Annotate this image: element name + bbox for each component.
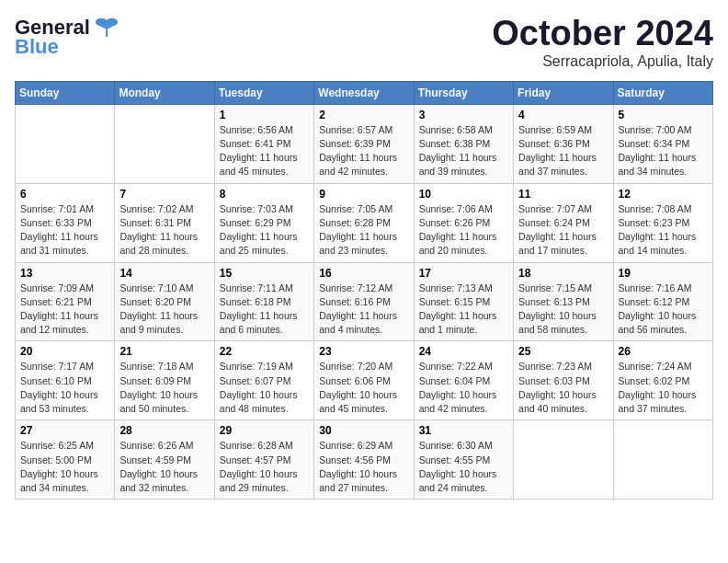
calendar-cell: 14Sunrise: 7:10 AMSunset: 6:20 PMDayligh… <box>115 262 214 341</box>
weekday-header: Wednesday <box>314 81 414 104</box>
calendar-week-row: 20Sunrise: 7:17 AMSunset: 6:10 PMDayligh… <box>16 341 713 420</box>
day-detail: Sunrise: 6:26 AMSunset: 4:59 PMDaylight:… <box>119 439 209 495</box>
calendar-cell: 24Sunrise: 7:22 AMSunset: 6:04 PMDayligh… <box>414 341 513 420</box>
calendar-cell <box>16 104 115 183</box>
calendar-cell: 9Sunrise: 7:05 AMSunset: 6:28 PMDaylight… <box>314 183 414 262</box>
calendar-cell: 22Sunrise: 7:19 AMSunset: 6:07 PMDayligh… <box>214 341 313 420</box>
day-number: 10 <box>419 188 508 201</box>
day-number: 1 <box>220 109 309 121</box>
day-number: 13 <box>20 267 109 280</box>
day-detail: Sunrise: 7:07 AMSunset: 6:24 PMDaylight:… <box>518 202 608 259</box>
day-detail: Sunrise: 7:20 AMSunset: 6:06 PMDaylight:… <box>319 360 408 416</box>
day-detail: Sunrise: 6:56 AMSunset: 6:41 PMDaylight:… <box>220 123 309 179</box>
calendar-table: SundayMondayTuesdayWednesdayThursdayFrid… <box>15 81 713 500</box>
calendar-cell: 3Sunrise: 6:58 AMSunset: 6:38 PMDaylight… <box>414 104 513 183</box>
calendar-cell: 20Sunrise: 7:17 AMSunset: 6:10 PMDayligh… <box>16 341 115 420</box>
day-detail: Sunrise: 7:23 AMSunset: 6:03 PMDaylight:… <box>518 360 608 416</box>
logo-bird-icon <box>94 15 119 40</box>
day-number: 22 <box>220 345 309 358</box>
calendar-cell: 7Sunrise: 7:02 AMSunset: 6:31 PMDaylight… <box>115 183 214 262</box>
day-detail: Sunrise: 7:06 AMSunset: 6:26 PMDaylight:… <box>419 202 508 259</box>
calendar-cell: 10Sunrise: 7:06 AMSunset: 6:26 PMDayligh… <box>414 183 513 262</box>
calendar-header-row: SundayMondayTuesdayWednesdayThursdayFrid… <box>16 81 713 104</box>
weekday-header: Friday <box>514 81 613 104</box>
logo: General Blue <box>15 15 119 59</box>
day-number: 11 <box>518 188 608 201</box>
day-detail: Sunrise: 7:09 AMSunset: 6:21 PMDaylight:… <box>20 282 109 338</box>
day-number: 30 <box>319 424 408 437</box>
day-detail: Sunrise: 7:13 AMSunset: 6:15 PMDaylight:… <box>419 282 508 338</box>
calendar-cell: 25Sunrise: 7:23 AMSunset: 6:03 PMDayligh… <box>514 341 613 420</box>
day-detail: Sunrise: 7:15 AMSunset: 6:13 PMDaylight:… <box>518 282 608 338</box>
calendar-week-row: 13Sunrise: 7:09 AMSunset: 6:21 PMDayligh… <box>16 262 713 341</box>
calendar-week-row: 6Sunrise: 7:01 AMSunset: 6:33 PMDaylight… <box>16 183 713 262</box>
calendar-cell: 5Sunrise: 7:00 AMSunset: 6:34 PMDaylight… <box>613 104 712 183</box>
day-detail: Sunrise: 7:08 AMSunset: 6:23 PMDaylight:… <box>619 202 708 259</box>
weekday-header: Tuesday <box>214 81 313 104</box>
location-subtitle: Serracapriola, Apulia, Italy <box>492 53 713 70</box>
weekday-header: Saturday <box>613 81 712 104</box>
day-detail: Sunrise: 6:30 AMSunset: 4:55 PMDaylight:… <box>419 439 508 495</box>
day-number: 21 <box>119 345 209 358</box>
day-number: 19 <box>619 267 708 280</box>
day-detail: Sunrise: 7:03 AMSunset: 6:29 PMDaylight:… <box>220 202 309 259</box>
month-title: October 2024 <box>492 15 713 53</box>
calendar-cell: 17Sunrise: 7:13 AMSunset: 6:15 PMDayligh… <box>414 262 513 341</box>
day-detail: Sunrise: 7:22 AMSunset: 6:04 PMDaylight:… <box>419 360 508 416</box>
day-number: 9 <box>319 188 408 201</box>
calendar-cell: 4Sunrise: 6:59 AMSunset: 6:36 PMDaylight… <box>514 104 613 183</box>
calendar-cell: 23Sunrise: 7:20 AMSunset: 6:06 PMDayligh… <box>314 341 414 420</box>
page-header: General Blue October 2024 Serracapriola,… <box>15 15 713 70</box>
day-number: 17 <box>419 267 508 280</box>
calendar-cell: 2Sunrise: 6:57 AMSunset: 6:39 PMDaylight… <box>314 104 414 183</box>
day-detail: Sunrise: 6:58 AMSunset: 6:38 PMDaylight:… <box>419 123 508 179</box>
day-number: 14 <box>119 267 209 280</box>
calendar-cell: 13Sunrise: 7:09 AMSunset: 6:21 PMDayligh… <box>16 262 115 341</box>
calendar-cell: 29Sunrise: 6:28 AMSunset: 4:57 PMDayligh… <box>214 420 313 500</box>
day-detail: Sunrise: 6:29 AMSunset: 4:56 PMDaylight:… <box>319 439 408 495</box>
calendar-cell: 19Sunrise: 7:16 AMSunset: 6:12 PMDayligh… <box>613 262 712 341</box>
day-number: 26 <box>619 345 708 358</box>
calendar-cell: 12Sunrise: 7:08 AMSunset: 6:23 PMDayligh… <box>613 183 712 262</box>
day-number: 20 <box>20 345 109 358</box>
weekday-header: Thursday <box>414 81 513 104</box>
calendar-cell <box>514 420 613 500</box>
day-detail: Sunrise: 6:28 AMSunset: 4:57 PMDaylight:… <box>220 439 309 495</box>
calendar-cell <box>613 420 712 500</box>
day-detail: Sunrise: 7:19 AMSunset: 6:07 PMDaylight:… <box>220 360 309 416</box>
day-number: 28 <box>119 424 209 437</box>
calendar-week-row: 1Sunrise: 6:56 AMSunset: 6:41 PMDaylight… <box>16 104 713 183</box>
calendar-cell: 26Sunrise: 7:24 AMSunset: 6:02 PMDayligh… <box>613 341 712 420</box>
calendar-cell <box>115 104 214 183</box>
calendar-cell: 18Sunrise: 7:15 AMSunset: 6:13 PMDayligh… <box>514 262 613 341</box>
day-number: 27 <box>20 424 109 437</box>
day-detail: Sunrise: 7:18 AMSunset: 6:09 PMDaylight:… <box>119 360 209 416</box>
weekday-header: Monday <box>115 81 214 104</box>
day-number: 4 <box>518 109 608 121</box>
day-number: 31 <box>419 424 508 437</box>
day-number: 5 <box>619 109 708 121</box>
day-detail: Sunrise: 7:10 AMSunset: 6:20 PMDaylight:… <box>119 282 209 338</box>
day-detail: Sunrise: 7:12 AMSunset: 6:16 PMDaylight:… <box>319 282 408 338</box>
title-block: October 2024 Serracapriola, Apulia, Ital… <box>492 15 713 70</box>
day-detail: Sunrise: 6:57 AMSunset: 6:39 PMDaylight:… <box>319 123 408 179</box>
calendar-cell: 27Sunrise: 6:25 AMSunset: 5:00 PMDayligh… <box>16 420 115 500</box>
day-detail: Sunrise: 7:05 AMSunset: 6:28 PMDaylight:… <box>319 202 408 259</box>
calendar-cell: 30Sunrise: 6:29 AMSunset: 4:56 PMDayligh… <box>314 420 414 500</box>
calendar-cell: 16Sunrise: 7:12 AMSunset: 6:16 PMDayligh… <box>314 262 414 341</box>
day-number: 8 <box>220 188 309 201</box>
day-detail: Sunrise: 7:11 AMSunset: 6:18 PMDaylight:… <box>220 282 309 338</box>
day-detail: Sunrise: 7:02 AMSunset: 6:31 PMDaylight:… <box>119 202 209 259</box>
logo-blue-text: Blue <box>15 35 59 59</box>
calendar-cell: 8Sunrise: 7:03 AMSunset: 6:29 PMDaylight… <box>214 183 313 262</box>
day-number: 6 <box>20 188 109 201</box>
day-number: 15 <box>220 267 309 280</box>
day-detail: Sunrise: 7:16 AMSunset: 6:12 PMDaylight:… <box>619 282 708 338</box>
day-number: 24 <box>419 345 508 358</box>
day-detail: Sunrise: 7:24 AMSunset: 6:02 PMDaylight:… <box>619 360 708 416</box>
calendar-cell: 31Sunrise: 6:30 AMSunset: 4:55 PMDayligh… <box>414 420 513 500</box>
day-detail: Sunrise: 7:17 AMSunset: 6:10 PMDaylight:… <box>20 360 109 416</box>
day-number: 29 <box>220 424 309 437</box>
day-detail: Sunrise: 7:00 AMSunset: 6:34 PMDaylight:… <box>619 123 708 179</box>
calendar-cell: 28Sunrise: 6:26 AMSunset: 4:59 PMDayligh… <box>115 420 214 500</box>
